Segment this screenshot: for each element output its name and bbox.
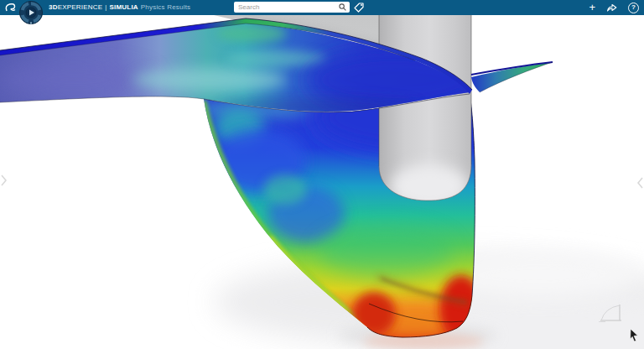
search-input[interactable] [234,3,339,11]
add-button[interactable]: + [589,0,595,15]
ground-axis-icon[interactable] [597,302,626,326]
mouse-cursor [627,328,641,344]
search-box [234,2,350,13]
brand-app-bold: SIMULIA [110,3,138,11]
help-icon[interactable]: ? [628,3,639,13]
right-panel-expand-handle[interactable] [636,176,644,190]
contour-winglet [471,62,553,92]
brand-product-bold: 3D [49,3,58,11]
brand-separator: | [102,3,109,11]
top-bar: 3DEXPERIENCE|SIMULIAPhysics Results + ? [0,0,644,15]
share-icon[interactable] [606,3,617,13]
tag-icon[interactable] [353,2,365,13]
brand-product-rest: EXPERIENCE [58,3,103,11]
app-title: 3DEXPERIENCE|SIMULIAPhysics Results [49,0,190,15]
topbar-actions: + ? [589,0,639,15]
3dexperience-compass-icon[interactable] [18,0,44,26]
brand-app-suffix: Physics Results [138,3,190,11]
undeformed-geometry-column [379,15,471,208]
search-icon[interactable] [339,3,346,11]
dassault-systemes-logo-icon[interactable] [4,2,17,13]
3dexperience-window: 3DEXPERIENCE|SIMULIAPhysics Results + ? [0,0,644,349]
left-panel-expand-handle[interactable] [0,174,8,187]
3d-viewport[interactable] [0,15,644,349]
